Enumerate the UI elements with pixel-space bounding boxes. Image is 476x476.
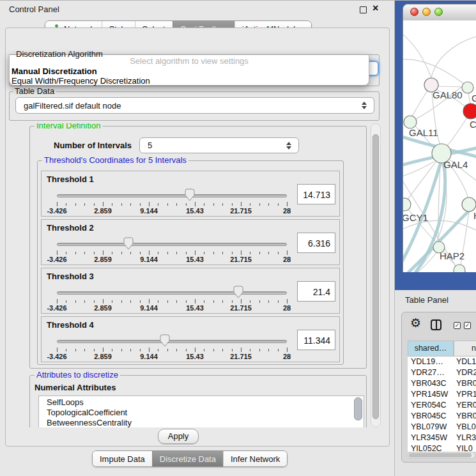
number-of-intervals-value: 5 xyxy=(140,141,283,150)
bottom-tab-bar: Impute Data Discretize Data Infer Networ… xyxy=(92,450,288,467)
checkbox-icon[interactable]: ✓ xyxy=(464,322,471,329)
apply-button[interactable]: Apply xyxy=(158,429,199,444)
threshold-1-slider-thumb[interactable] xyxy=(185,188,195,201)
list-item[interactable]: SelfLoops xyxy=(39,397,364,408)
threshold-2-label: Threshold 2 xyxy=(47,223,94,233)
window-title: Control Panel xyxy=(9,4,59,14)
close-window-icon[interactable] xyxy=(410,8,418,16)
slider-ticks xyxy=(57,250,287,256)
table-row[interactable]: YLR345WYLR3 xyxy=(408,433,476,443)
table-data-group-title: Table Data xyxy=(13,87,56,96)
stepper-arrows-icon xyxy=(358,102,370,109)
network-window: GAL80GACGAL11GAL4GCY1HHAP2 xyxy=(403,4,476,272)
slider-tick-labels: -3.4262.8599.14415.4321.71528 xyxy=(57,207,287,215)
table-row[interactable]: YIL052CYIL0 xyxy=(408,443,476,452)
attributes-group-title: Attributes to discretize xyxy=(35,371,120,380)
threshold-1-panel: Threshold 1 -3.4262.8599.14415.4321.7152… xyxy=(41,171,340,217)
threshold-3-slider-thumb[interactable] xyxy=(233,286,243,298)
threshold-1-value-field[interactable]: 14.713 xyxy=(297,184,335,204)
table-data-combobox[interactable]: galFiltered.sif default node xyxy=(15,97,374,114)
threshold-1-label: Threshold 1 xyxy=(47,174,94,184)
slider-tick-labels: -3.4262.8599.14415.4321.71528 xyxy=(57,256,287,263)
interval-definition-title: Interval Definition xyxy=(35,123,102,130)
network-node[interactable] xyxy=(463,104,476,119)
network-node[interactable] xyxy=(454,265,465,272)
threshold-2-slider-track[interactable] xyxy=(57,243,287,246)
tab-impute-data[interactable]: Impute Data xyxy=(93,451,152,466)
network-node[interactable] xyxy=(403,198,411,211)
table-row[interactable]: YBR045CYBR0 xyxy=(408,411,476,422)
tab-infer-network[interactable]: Infer Network xyxy=(223,451,287,466)
settings-scroll-viewport: Interval Definition Number of Intervals … xyxy=(28,123,369,427)
gear-icon[interactable]: ⚙ xyxy=(410,317,421,330)
list-item[interactable]: BetweennessCentrality xyxy=(39,418,364,427)
network-node[interactable] xyxy=(462,82,473,93)
close-icon[interactable]: × xyxy=(372,3,378,14)
table-row[interactable]: YBL079WYBL0 xyxy=(408,422,476,433)
number-of-intervals-combobox[interactable]: 5 xyxy=(139,137,299,153)
network-window-titlebar[interactable] xyxy=(403,4,476,21)
table-row[interactable]: YDL19…YDL1 xyxy=(408,357,476,367)
discretization-algorithm-group-title: Discretization Algorithm xyxy=(14,50,105,59)
threshold-4-value-field[interactable]: 11.344 xyxy=(297,330,335,350)
table-header-row: shared… na xyxy=(408,341,476,357)
zoom-window-icon[interactable] xyxy=(434,8,443,16)
threshold-4-panel: Threshold 4 -3.4262.8599.14415.4321.7152… xyxy=(41,316,340,362)
thresholds-group-title: Threshold's Coordinates for 5 Intervals xyxy=(42,156,188,165)
column-header-shared[interactable]: shared… xyxy=(408,341,454,357)
node-label: H xyxy=(473,210,476,221)
numerical-attributes-label: Numerical Attributes xyxy=(35,383,116,392)
slider-ticks xyxy=(57,348,287,353)
table-data-value: galFiltered.sif default node xyxy=(16,101,358,111)
columns-icon[interactable] xyxy=(431,319,441,330)
node-label: C xyxy=(470,119,476,130)
table-body: YDL19…YDL1YDR27…YDR2YBR043CYBR0YPR145WYP… xyxy=(408,357,476,452)
table-row[interactable]: YBR043CYBR0 xyxy=(408,378,476,389)
node-label: GAL4 xyxy=(443,159,468,170)
threshold-2-value-field[interactable]: 6.316 xyxy=(297,233,335,253)
threshold-4-slider-thumb[interactable] xyxy=(160,334,170,347)
network-node[interactable] xyxy=(404,116,417,128)
threshold-4-slider-track[interactable] xyxy=(57,340,287,343)
slider-tick-labels: -3.4262.8599.14415.4321.71528 xyxy=(57,304,287,312)
checkbox-icon[interactable]: ✓ xyxy=(454,322,461,329)
threshold-3-label: Threshold 3 xyxy=(47,272,94,281)
node-label: GA xyxy=(472,93,476,104)
slider-ticks xyxy=(57,202,287,207)
list-scrollbar[interactable] xyxy=(354,397,362,420)
tab-discretize-data[interactable]: Discretize Data xyxy=(152,451,223,466)
settings-scrollbar[interactable] xyxy=(371,123,381,427)
control-panel-window: Control Panel × Network Style xyxy=(0,1,395,476)
threshold-1-slider-track[interactable] xyxy=(57,194,287,197)
float-window-icon[interactable] xyxy=(360,6,367,13)
table-row[interactable]: YDR27…YDR2 xyxy=(408,367,476,378)
threshold-2-slider-thumb[interactable] xyxy=(123,237,134,250)
network-graph: GAL80GACGAL11GAL4GCY1HHAP2 xyxy=(403,20,476,272)
node-label: HAP2 xyxy=(440,250,464,261)
minimize-window-icon[interactable] xyxy=(422,8,431,16)
node-label: GAL11 xyxy=(409,127,438,138)
numerical-attributes-list: SelfLoopsTopologicalCoefficientBetweenne… xyxy=(38,395,364,427)
node-table: shared… na YDL19…YDL1YDR27…YDR2YBR043CYB… xyxy=(408,341,476,452)
network-node[interactable] xyxy=(462,197,476,211)
node-label: GAL80 xyxy=(433,89,463,100)
threshold-3-slider-track[interactable] xyxy=(57,291,287,295)
column-header-name[interactable]: na xyxy=(454,341,476,357)
network-canvas[interactable]: GAL80GACGAL11GAL4GCY1HHAP2 xyxy=(403,20,476,272)
threshold-3-value-field[interactable]: 21.4 xyxy=(297,281,335,302)
dropdown-option-equal-width-frequency[interactable]: Equal Width/Frequency Discretization xyxy=(12,76,150,86)
list-item[interactable]: TopologicalCoefficient xyxy=(39,408,364,418)
slider-ticks xyxy=(57,299,287,304)
scrollbar-thumb[interactable] xyxy=(372,134,379,419)
threshold-4-label: Threshold 4 xyxy=(47,320,94,330)
threshold-2-panel: Threshold 2 -3.4262.8599.14415.4321.7152… xyxy=(41,219,340,265)
dropdown-option-manual-discretization[interactable]: Manual Discretization xyxy=(12,66,97,76)
algorithm-dropdown-popup: Select algorithm to view settings Manual… xyxy=(9,54,369,86)
table-horizontal-scrollbar[interactable] xyxy=(408,452,475,459)
screen: Control Panel × Network Style xyxy=(0,0,476,476)
node-label: GCY1 xyxy=(403,212,428,223)
scrollbar-thumb[interactable] xyxy=(409,453,472,457)
table-row[interactable]: YER054CYER0 xyxy=(408,400,476,411)
threshold-3-panel: Threshold 3 -3.4262.8599.14415.4321.7152… xyxy=(41,268,340,314)
table-row[interactable]: YPR145WYPR1 xyxy=(408,389,476,400)
